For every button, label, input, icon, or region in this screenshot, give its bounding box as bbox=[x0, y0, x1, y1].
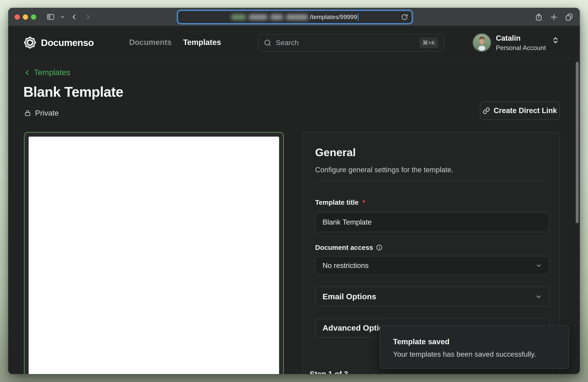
toast-message: Your templates has been saved successful… bbox=[393, 350, 536, 359]
document-access-value: No restrictions bbox=[322, 262, 369, 270]
new-tab-button[interactable] bbox=[550, 13, 558, 21]
info-icon[interactable] bbox=[376, 244, 382, 251]
brand-name: Documenso bbox=[41, 37, 94, 48]
chevron-down-icon bbox=[535, 293, 542, 300]
required-asterisk: * bbox=[362, 198, 365, 206]
template-title-label: Template title* bbox=[315, 198, 365, 206]
nav-documents[interactable]: Documents bbox=[129, 38, 172, 47]
url-path-text: /templates/99999 bbox=[310, 14, 357, 21]
visibility-label: Private bbox=[35, 109, 59, 117]
vertical-scrollbar-thumb[interactable] bbox=[576, 62, 579, 223]
section-description: Configure general settings for the templ… bbox=[315, 166, 453, 174]
create-direct-link-label: Create Direct Link bbox=[494, 106, 557, 115]
nav-templates[interactable]: Templates bbox=[183, 38, 221, 47]
section-title: General bbox=[315, 146, 356, 159]
visibility-row: Private bbox=[24, 109, 59, 117]
toast-title: Template saved bbox=[393, 337, 449, 346]
search-icon bbox=[264, 39, 272, 47]
email-options-toggle[interactable]: Email Options bbox=[315, 287, 549, 307]
document-preview-page bbox=[29, 137, 279, 374]
documenso-logo-icon bbox=[23, 36, 37, 49]
blurred-url-segment bbox=[231, 14, 308, 20]
share-button[interactable] bbox=[535, 13, 543, 21]
search-input[interactable]: Search ⌘+K bbox=[258, 34, 444, 52]
account-name: Catalin bbox=[496, 34, 521, 42]
breadcrumb-label: Templates bbox=[34, 68, 70, 77]
brand-logo[interactable]: Documenso bbox=[23, 36, 94, 49]
link-icon bbox=[483, 107, 490, 115]
template-title-input[interactable]: Blank Template bbox=[315, 212, 549, 232]
url-field[interactable]: /templates/99999 bbox=[178, 11, 412, 23]
toolbar-separator bbox=[57, 13, 58, 21]
traffic-light-zoom[interactable] bbox=[31, 14, 36, 20]
text-caret bbox=[358, 13, 358, 21]
template-title-value: Blank Template bbox=[322, 218, 372, 226]
toast-notification: Template saved Your templates has been s… bbox=[380, 325, 569, 369]
traffic-light-minimize[interactable] bbox=[23, 14, 28, 20]
email-options-label: Email Options bbox=[322, 292, 376, 301]
search-placeholder: Search bbox=[276, 39, 299, 47]
chevrons-up-down-icon[interactable] bbox=[551, 36, 560, 45]
tab-overview-button[interactable] bbox=[565, 13, 573, 21]
document-access-select[interactable]: No restrictions bbox=[315, 256, 549, 275]
app-header: Documenso Documents Templates Search ⌘+K… bbox=[8, 26, 580, 58]
step-indicator: Step 1 of 3 bbox=[310, 370, 348, 374]
chevron-down-icon bbox=[535, 262, 542, 269]
account-type: Personal Account bbox=[496, 44, 546, 52]
sidebar-menu-chevron-icon[interactable] bbox=[60, 14, 65, 19]
search-shortcut-badge: ⌘+K bbox=[419, 38, 438, 48]
browser-window: /templates/99999 bbox=[8, 8, 580, 374]
create-direct-link-button[interactable]: Create Direct Link bbox=[480, 101, 560, 120]
forward-button[interactable] bbox=[84, 13, 92, 21]
traffic-light-close[interactable] bbox=[15, 14, 20, 20]
avatar[interactable] bbox=[472, 33, 491, 52]
chevron-left-icon bbox=[23, 69, 31, 76]
section-divider bbox=[315, 181, 548, 181]
document-access-label: Document access bbox=[315, 244, 382, 251]
reload-button[interactable] bbox=[401, 13, 408, 21]
document-preview-card bbox=[24, 132, 284, 374]
browser-toolbar: /templates/99999 bbox=[8, 8, 580, 26]
lock-icon bbox=[24, 110, 31, 116]
sidebar-toggle-button[interactable] bbox=[46, 13, 55, 21]
back-button[interactable] bbox=[70, 13, 78, 21]
page-title: Blank Template bbox=[23, 84, 123, 100]
app-content: Documenso Documents Templates Search ⌘+K… bbox=[8, 26, 580, 374]
breadcrumb-back-link[interactable]: Templates bbox=[23, 68, 70, 77]
